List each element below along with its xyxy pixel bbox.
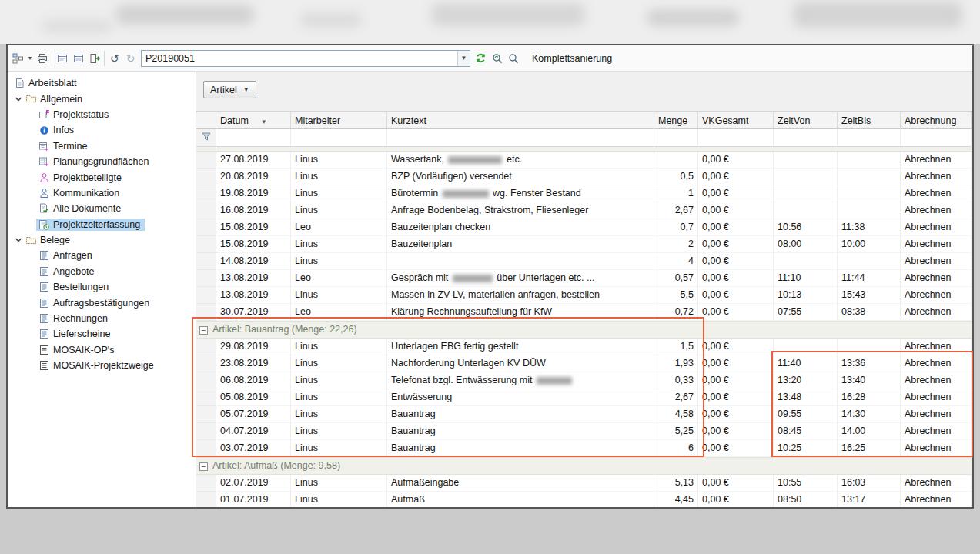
cell-datum[interactable]: 15.08.2019: [216, 219, 291, 236]
grid-row[interactable]: 03.07.2019LinusBauantrag60,00 €10:2516:2…: [196, 440, 972, 457]
cell-kurztext[interactable]: Bauantrag: [387, 406, 654, 423]
row-indicator[interactable]: [196, 219, 216, 236]
filter-cell-menge[interactable]: [654, 129, 698, 147]
cell-zeitvon[interactable]: 07:55: [774, 304, 838, 321]
cell-zeitbis[interactable]: [838, 185, 901, 202]
grid-row[interactable]: 01.07.2019LinusAufmaß4,450,00 €08:5013:1…: [196, 492, 972, 507]
group-row[interactable]: −Artikel: Bauantrag (Menge: 22,26): [196, 321, 972, 339]
cell-kurztext[interactable]: Entwässerung: [387, 389, 654, 406]
cell-datum[interactable]: 02.07.2019: [216, 475, 291, 492]
filter-cell-mitarbeiter[interactable]: [291, 129, 387, 147]
cell-abrechnung[interactable]: Abrechnen: [901, 287, 972, 304]
cell-datum[interactable]: 27.08.2019: [216, 152, 291, 169]
notes-icon[interactable]: [54, 49, 70, 67]
sidebar-group-allgemein[interactable]: Allgemein: [8, 91, 196, 106]
grid-row[interactable]: 23.08.2019LinusNachforderung Unterlagen …: [196, 355, 972, 372]
cell-mitarbeiter[interactable]: Linus: [291, 185, 387, 202]
cell-mitarbeiter[interactable]: Linus: [291, 287, 387, 304]
cell-abrechnung[interactable]: Abrechnen: [901, 492, 972, 507]
sidebar-item-anfragen[interactable]: Anfragen: [8, 248, 196, 263]
chevron-expanded-icon[interactable]: [13, 236, 23, 244]
cell-menge[interactable]: 4,45: [654, 492, 698, 507]
cell-zeitbis[interactable]: [838, 202, 901, 219]
group-by-artikel-button[interactable]: Artikel ▼: [203, 81, 256, 98]
row-indicator[interactable]: [196, 152, 216, 169]
row-indicator[interactable]: [196, 185, 216, 202]
cell-zeitvon[interactable]: 13:48: [774, 389, 838, 406]
cell-zeitbis[interactable]: [838, 169, 901, 185]
cell-kurztext[interactable]: Bürotermin wg. Fenster Bestand: [387, 185, 654, 202]
row-indicator[interactable]: [196, 475, 216, 492]
cell-mitarbeiter[interactable]: Leo: [291, 219, 387, 236]
grid-row[interactable]: 27.08.2019LinusWassertank, etc.0,00 €Abr…: [196, 152, 972, 169]
row-indicator[interactable]: [196, 355, 216, 372]
sidebar-item-rechnungen[interactable]: Rechnungen: [8, 311, 196, 326]
grid-row[interactable]: 29.08.2019LinusUnterlagen EBG fertig ges…: [196, 339, 972, 355]
cell-menge[interactable]: 1: [654, 185, 698, 202]
cell-datum[interactable]: 06.08.2019: [216, 372, 291, 389]
search-sync-icon[interactable]: [489, 49, 505, 67]
cell-mitarbeiter[interactable]: Linus: [291, 406, 387, 423]
cell-vkgesamt[interactable]: 0,00 €: [698, 304, 774, 321]
grid-row[interactable]: 05.07.2019LinusBauantrag4,580,00 €09:551…: [196, 406, 972, 423]
cell-kurztext[interactable]: Unterlagen EBG fertig gestellt: [387, 339, 654, 355]
cell-kurztext[interactable]: Massen in ZV-LV, materialien anfragen, b…: [387, 287, 654, 304]
cell-abrechnung[interactable]: Abrechnen: [901, 219, 972, 236]
dropdown-arrow-icon[interactable]: ▼: [26, 49, 34, 67]
cell-abrechnung[interactable]: Abrechnen: [901, 169, 972, 185]
cell-menge[interactable]: [654, 152, 698, 169]
cell-kurztext[interactable]: Aufmaß: [387, 492, 654, 507]
cell-vkgesamt[interactable]: 0,00 €: [698, 355, 774, 372]
cell-zeitbis[interactable]: 10:00: [838, 236, 901, 253]
cell-datum[interactable]: 29.08.2019: [216, 339, 291, 355]
cell-abrechnung[interactable]: Abrechnen: [901, 253, 972, 270]
cell-zeitbis[interactable]: [838, 339, 901, 355]
cell-abrechnung[interactable]: Abrechnen: [901, 202, 972, 219]
cell-zeitvon[interactable]: 10:13: [774, 287, 838, 304]
cell-zeitbis[interactable]: 11:38: [838, 219, 901, 236]
cell-vkgesamt[interactable]: 0,00 €: [698, 339, 774, 355]
cell-zeitbis[interactable]: 15:43: [838, 287, 901, 304]
cell-mitarbeiter[interactable]: Linus: [291, 202, 387, 219]
cell-abrechnung[interactable]: Abrechnen: [901, 406, 972, 423]
row-indicator[interactable]: [196, 339, 216, 355]
grid-row[interactable]: 20.08.2019LinusBZP (Vorläufigen) versend…: [196, 169, 972, 185]
row-indicator[interactable]: [196, 287, 216, 304]
row-indicator[interactable]: [196, 406, 216, 423]
cell-vkgesamt[interactable]: 0,00 €: [698, 219, 774, 236]
cell-mitarbeiter[interactable]: Linus: [291, 440, 387, 457]
project-tree-icon[interactable]: [10, 49, 26, 67]
cell-zeitvon[interactable]: 11:40: [774, 355, 838, 372]
cell-zeitvon[interactable]: [774, 339, 838, 355]
sidebar-item-mosaik-projektzweige[interactable]: MOSAIK-Projektzweige: [8, 358, 196, 373]
filter-cell-vkgesamt[interactable]: [698, 129, 774, 147]
cell-zeitbis[interactable]: 16:25: [838, 440, 901, 457]
cell-kurztext[interactable]: Bauzeitenplan: [387, 236, 654, 253]
cell-menge[interactable]: 0,5: [654, 169, 698, 185]
grid-row[interactable]: 13.08.2019LinusMassen in ZV-LV, material…: [196, 287, 972, 304]
row-indicator[interactable]: [196, 423, 216, 440]
cell-datum[interactable]: 14.08.2019: [216, 253, 291, 270]
sidebar-item-arbeitsblatt[interactable]: Arbeitsblatt: [8, 75, 196, 91]
cell-zeitbis[interactable]: 13:36: [838, 355, 901, 372]
cell-menge[interactable]: 2,67: [654, 202, 698, 219]
sidebar-item-angebote[interactable]: Angebote: [8, 264, 196, 279]
row-indicator[interactable]: [196, 236, 216, 253]
cell-vkgesamt[interactable]: 0,00 €: [698, 475, 774, 492]
cell-datum[interactable]: 19.08.2019: [216, 185, 291, 202]
cell-mitarbeiter[interactable]: Linus: [291, 169, 387, 185]
cell-mitarbeiter[interactable]: Leo: [291, 304, 387, 321]
sidebar-item-mosaik-op-s[interactable]: MOSAIK-OP's: [8, 342, 196, 358]
row-indicator[interactable]: [196, 440, 216, 457]
cell-kurztext[interactable]: Bauzeitenplan checken: [387, 219, 654, 236]
cell-kurztext[interactable]: Wassertank, etc.: [387, 152, 654, 169]
cell-abrechnung[interactable]: Abrechnen: [901, 270, 972, 287]
collapse-group-icon[interactable]: −: [199, 462, 208, 471]
cell-vkgesamt[interactable]: 0,00 €: [698, 152, 774, 169]
sidebar-item-auftragsbestätigungen[interactable]: Auftragsbestätigungen: [8, 295, 196, 310]
cell-mitarbeiter[interactable]: Linus: [291, 355, 387, 372]
cell-datum[interactable]: 04.07.2019: [216, 423, 291, 440]
cell-mitarbeiter[interactable]: Linus: [291, 339, 387, 355]
cell-kurztext[interactable]: BZP (Vorläufigen) versendet: [387, 169, 654, 185]
cell-vkgesamt[interactable]: 0,00 €: [698, 253, 774, 270]
